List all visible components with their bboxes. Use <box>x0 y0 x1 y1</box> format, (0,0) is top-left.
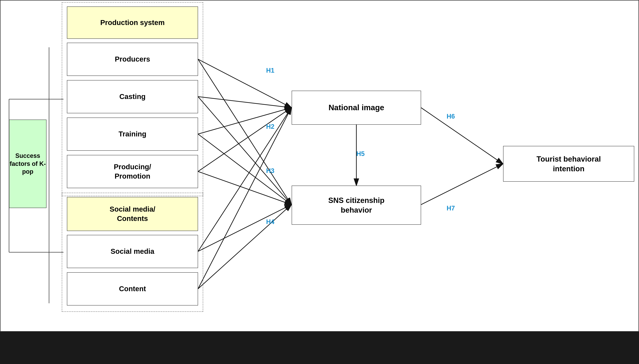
svg-line-16 <box>198 204 291 252</box>
h3-label: H3 <box>266 167 274 174</box>
svg-line-8 <box>198 59 291 108</box>
sns-citizenship-box: SNS citizenshipbehavior <box>292 186 421 225</box>
svg-line-13 <box>198 96 291 204</box>
svg-line-21 <box>421 164 503 204</box>
h5-label: H5 <box>356 150 365 158</box>
h2-label: H2 <box>266 123 274 130</box>
h1-label: H1 <box>266 67 274 74</box>
svg-line-11 <box>198 108 291 172</box>
social-media-box: Social media <box>67 235 198 268</box>
svg-line-12 <box>198 59 291 204</box>
bottom-bar <box>0 332 639 364</box>
producing-promotion-box: Producing/Promotion <box>67 155 198 188</box>
svg-line-9 <box>198 96 291 108</box>
svg-line-17 <box>198 204 291 289</box>
content-box: Content <box>67 272 198 306</box>
svg-line-14 <box>198 134 291 204</box>
h4-label: H4 <box>266 218 274 226</box>
national-image-box: National image <box>292 91 421 125</box>
svg-line-10 <box>198 108 291 134</box>
svg-line-15 <box>198 172 291 204</box>
casting-box: Casting <box>67 80 198 113</box>
diagram-area: Success factors of K-pop Production syst… <box>0 0 639 332</box>
production-system-box: Production system <box>67 6 198 39</box>
h6-label: H6 <box>447 113 455 120</box>
tourist-behavioral-box: Tourist behavioralintention <box>503 146 634 182</box>
svg-line-20 <box>421 108 503 164</box>
training-box: Training <box>67 118 198 151</box>
producers-box: Producers <box>67 43 198 76</box>
social-media-contents-box: Social media/Contents <box>67 197 198 231</box>
svg-line-18 <box>198 108 291 252</box>
h7-label: H7 <box>447 204 455 212</box>
success-factors-box: Success factors of K-pop <box>9 120 47 208</box>
svg-line-19 <box>198 108 291 289</box>
